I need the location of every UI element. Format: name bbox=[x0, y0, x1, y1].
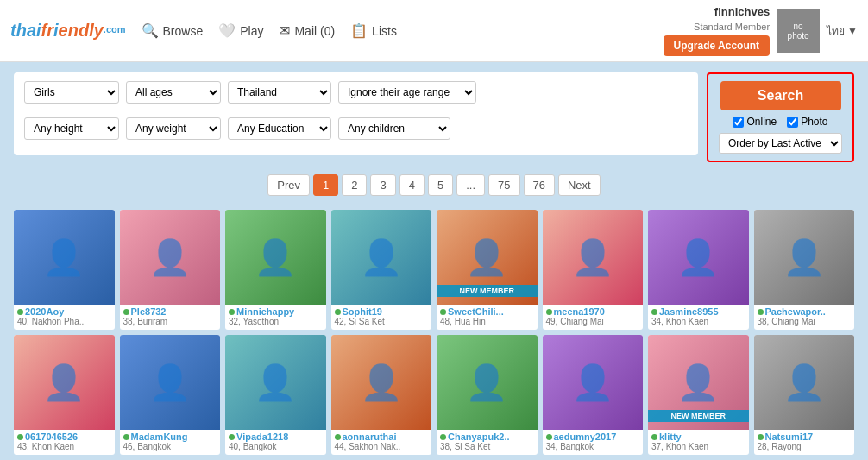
profile-detail: 38, Si Sa Ket bbox=[440, 442, 534, 451]
profile-name: Jasmine8955 bbox=[651, 306, 745, 317]
profile-info: Pachewapor..38, Chiang Mai bbox=[754, 305, 855, 330]
profile-card-Minniehappy[interactable]: 👤Minniehappy32, Yasothon bbox=[225, 210, 326, 330]
profile-name: aedumny2017 bbox=[546, 432, 640, 442]
profile-card-MadamKung[interactable]: 👤MadamKung46, Bangkok bbox=[120, 335, 221, 455]
order-select[interactable]: Order by Last Active bbox=[719, 133, 842, 154]
page-1-button[interactable]: 1 bbox=[313, 174, 338, 196]
page-5-button[interactable]: 5 bbox=[428, 174, 453, 196]
profile-name: MadamKung bbox=[123, 432, 217, 442]
user-photo[interactable]: nophoto bbox=[777, 9, 820, 53]
profile-name: Ple8732 bbox=[123, 306, 217, 317]
profile-name: klitty bbox=[651, 432, 745, 442]
profile-card-Jasmine8955[interactable]: 👤Jasmine895534, Khon Kaen bbox=[648, 210, 749, 330]
nav-lists-label: Lists bbox=[372, 24, 397, 38]
education-filter[interactable]: Any Education bbox=[228, 117, 331, 140]
profile-detail: 34, Bangkok bbox=[546, 442, 640, 451]
profile-photo: 👤 bbox=[14, 335, 115, 430]
mail-icon: ✉ bbox=[279, 22, 290, 39]
age-filter[interactable]: All ages bbox=[126, 81, 221, 104]
weight-filter[interactable]: Any weight bbox=[126, 117, 221, 140]
profile-card-meena1970[interactable]: 👤meena197049, Chiang Mai bbox=[543, 210, 644, 330]
main-content: Girls All ages Thailand Ignore their age… bbox=[0, 62, 868, 460]
profile-detail: 37, Khon Kaen bbox=[651, 442, 745, 451]
profile-card-klitty[interactable]: 👤NEW MEMBERklitty37, Khon Kaen bbox=[648, 335, 749, 455]
online-dot bbox=[651, 434, 657, 440]
profile-name: 2020Aoy bbox=[17, 306, 111, 317]
profile-info: Chanyapuk2..38, Si Sa Ket bbox=[437, 430, 538, 455]
profile-photo: 👤 bbox=[225, 335, 326, 430]
page-75-button[interactable]: 75 bbox=[488, 174, 519, 196]
new-member-badge: NEW MEMBER bbox=[648, 410, 749, 422]
profile-detail: 48, Hua Hin bbox=[440, 317, 534, 326]
language-selector[interactable]: ไทย ▼ bbox=[827, 22, 858, 39]
heart-icon: 🤍 bbox=[218, 22, 236, 39]
nav-browse[interactable]: 🔍 Browse bbox=[142, 22, 204, 39]
search-button[interactable]: Search bbox=[720, 81, 841, 110]
profile-info: Ple873238, Buriram bbox=[120, 305, 221, 330]
profile-detail: 42, Si Sa Ket bbox=[335, 317, 429, 326]
new-member-badge: NEW MEMBER bbox=[437, 285, 538, 297]
prev-button[interactable]: Prev bbox=[267, 174, 310, 196]
profile-photo: 👤 bbox=[648, 210, 749, 305]
page-2-button[interactable]: 2 bbox=[342, 174, 367, 196]
profile-detail: 32, Yasothon bbox=[229, 317, 323, 326]
height-filter[interactable]: Any height bbox=[24, 117, 119, 140]
profile-card-SweetChili...[interactable]: 👤NEW MEMBERSweetChili...48, Hua Hin bbox=[437, 210, 538, 330]
profile-detail: 34, Khon Kaen bbox=[651, 317, 745, 326]
online-dot bbox=[335, 309, 341, 315]
lang-label: ไทย bbox=[827, 22, 845, 39]
profile-photo: 👤 bbox=[543, 210, 644, 305]
profile-photo: 👤 bbox=[120, 210, 221, 305]
profile-info: 061704652643, Khon Kaen bbox=[14, 430, 115, 455]
online-dot bbox=[758, 309, 764, 315]
profile-card-aedumny2017[interactable]: 👤aedumny201734, Bangkok bbox=[543, 335, 644, 455]
next-button[interactable]: Next bbox=[558, 174, 601, 196]
profile-card-aonnaruthai[interactable]: 👤aonnaruthai44, Sakhon Nak.. bbox=[331, 335, 432, 455]
profile-detail: 28, Rayong bbox=[758, 442, 852, 451]
page-ellipsis: ... bbox=[456, 174, 485, 196]
online-checkbox[interactable]: Online bbox=[733, 116, 777, 128]
chevron-down-icon: ▼ bbox=[847, 25, 858, 37]
profile-name: Vipada1218 bbox=[229, 432, 323, 442]
profile-detail: 40, Nakhon Pha.. bbox=[17, 317, 111, 326]
filter-checkboxes: Online Photo bbox=[733, 116, 827, 128]
profile-card-Sophit19[interactable]: 👤Sophit1942, Si Sa Ket bbox=[331, 210, 432, 330]
profile-card-Ple8732[interactable]: 👤Ple873238, Buriram bbox=[120, 210, 221, 330]
upgrade-button[interactable]: Upgrade Account bbox=[664, 35, 771, 56]
profile-info: Natsumi1728, Rayong bbox=[754, 430, 855, 455]
profile-name: 0617046526 bbox=[17, 432, 111, 442]
country-filter[interactable]: Thailand bbox=[228, 81, 331, 104]
profile-card-Vipada1218[interactable]: 👤Vipada121840, Bangkok bbox=[225, 335, 326, 455]
children-filter[interactable]: Any children bbox=[338, 117, 450, 140]
age-range-filter[interactable]: Ignore their age range bbox=[338, 81, 476, 104]
nav-play-label: Play bbox=[240, 24, 263, 38]
photo-checkbox[interactable]: Photo bbox=[787, 116, 827, 128]
profile-info: aonnaruthai44, Sakhon Nak.. bbox=[331, 430, 432, 455]
profile-name: Minniehappy bbox=[229, 306, 323, 317]
profile-card-Natsumi17[interactable]: 👤Natsumi1728, Rayong bbox=[754, 335, 855, 455]
nav-mail[interactable]: ✉ Mail (0) bbox=[279, 22, 335, 39]
profile-photo: 👤 bbox=[754, 210, 855, 305]
profile-photo: 👤 bbox=[754, 335, 855, 430]
logo[interactable]: thaifriendly .com bbox=[10, 21, 126, 41]
nav-play[interactable]: 🤍 Play bbox=[218, 22, 263, 39]
gender-filter[interactable]: Girls bbox=[24, 81, 119, 104]
profile-info: meena197049, Chiang Mai bbox=[543, 305, 644, 330]
online-dot bbox=[17, 309, 23, 315]
profile-card-0617046526[interactable]: 👤061704652643, Khon Kaen bbox=[14, 335, 115, 455]
page-76-button[interactable]: 76 bbox=[524, 174, 555, 196]
profile-info: 2020Aoy40, Nakhon Pha.. bbox=[14, 305, 115, 330]
profile-card-Chanyapuk2..[interactable]: 👤Chanyapuk2..38, Si Sa Ket bbox=[437, 335, 538, 455]
profile-card-Pachewapor..[interactable]: 👤Pachewapor..38, Chiang Mai bbox=[754, 210, 855, 330]
online-dot bbox=[17, 434, 23, 440]
filter-row-2: Any height Any weight Any Education Any … bbox=[24, 117, 450, 140]
profile-photo: 👤 bbox=[437, 335, 538, 430]
nav-lists[interactable]: 📋 Lists bbox=[350, 22, 397, 39]
page-4-button[interactable]: 4 bbox=[399, 174, 425, 196]
page-3-button[interactable]: 3 bbox=[370, 174, 395, 196]
no-photo-label: nophoto bbox=[788, 22, 809, 41]
profile-card-2020Aoy[interactable]: 👤2020Aoy40, Nakhon Pha.. bbox=[14, 210, 115, 330]
profile-name: Chanyapuk2.. bbox=[440, 432, 534, 442]
profile-name: SweetChili... bbox=[440, 306, 534, 317]
search-panel: Search Online Photo Order by Last Active… bbox=[707, 72, 854, 162]
